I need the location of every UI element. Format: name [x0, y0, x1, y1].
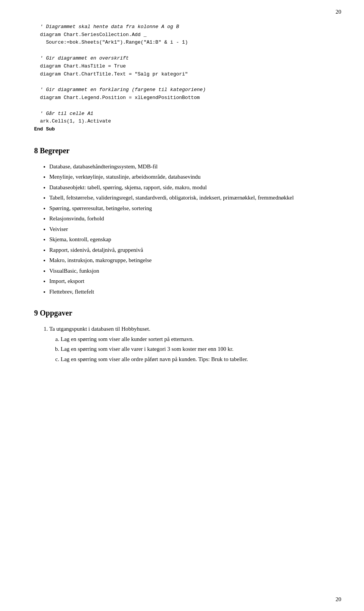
code-line-12: ' Går til celle A1 — [34, 111, 93, 116]
page-number-bottom: 20 — [336, 595, 341, 604]
code-line-9: ' Gir diagrammet en forklaring (fargene … — [34, 87, 206, 93]
section9-list: Ta utgangspunkt i databasen til Hobbyhus… — [34, 325, 330, 363]
list-item: Import, eksport — [49, 277, 330, 286]
section9-sub-a: Lag en spørring som viser alle kunder so… — [61, 335, 330, 344]
code-line-10: diagram Chart.Legend.Position = xlLegend… — [34, 95, 200, 101]
section9-sub-b: Lag en spørring som viser alle varer i k… — [61, 345, 330, 353]
section8-heading: 8 Begreper — [34, 145, 330, 156]
list-item: VisualBasic, funksjon — [49, 267, 330, 275]
list-item: Tabell, feltstørrelse, valideringsregel,… — [49, 193, 330, 202]
section9-heading: 9 Oppgaver — [34, 307, 330, 319]
code-line-5: ' Gir diagrammet en overskrift — [34, 55, 129, 61]
section9-item-1: Ta utgangspunkt i databasen til Hobbyhus… — [49, 325, 330, 363]
section9-sub-c: Lag en spørring som viser alle ordre påf… — [61, 355, 330, 364]
list-item: Veiviser — [49, 225, 330, 234]
list-item: Skjema, kontroll, egenskap — [49, 235, 330, 244]
code-line-14: End Sub — [34, 126, 55, 132]
list-item: Makro, instruksjon, makrogruppe, betinge… — [49, 256, 330, 265]
code-line-13: ark.Cells(1, 1).Activate — [34, 118, 111, 124]
code-line-2: diagram Chart.SeriesCollection.Add _ — [34, 32, 146, 38]
code-line-6: diagram Chart.HasTitle = True — [34, 63, 126, 69]
list-item: Databaseobjekt: tabell, spørring, skjema… — [49, 183, 330, 192]
section8-list: Database, databasehåndteringssystem, MDB… — [34, 162, 330, 296]
code-line-1: ' Diagrammet skal hente data fra kolonne… — [40, 24, 179, 30]
list-item: Flettebrev, flettefelt — [49, 287, 330, 296]
code-line-7: diagram Chart.ChartTitle.Text = "Salg pr… — [34, 71, 188, 77]
list-item: Spørring, spørreresultat, betingelse, so… — [49, 204, 330, 213]
list-item: Rapport, sidenivå, detaljnivå, gruppeniv… — [49, 246, 330, 254]
list-item: Database, databasehåndteringssystem, MDB… — [49, 162, 330, 171]
code-line-3: Source:=bok.Sheets("Ark1").Range("A1:B" … — [34, 39, 188, 45]
section9-sublist: Lag en spørring som viser alle kunder so… — [49, 335, 330, 364]
list-item: Menylinje, verktøylinje, statuslinje, ar… — [49, 173, 330, 181]
list-item: Relasjonsvindu, forhold — [49, 214, 330, 223]
page-number-top: 20 — [336, 8, 341, 16]
code-block: ' Diagrammet skal hente data fra kolonne… — [34, 15, 330, 134]
